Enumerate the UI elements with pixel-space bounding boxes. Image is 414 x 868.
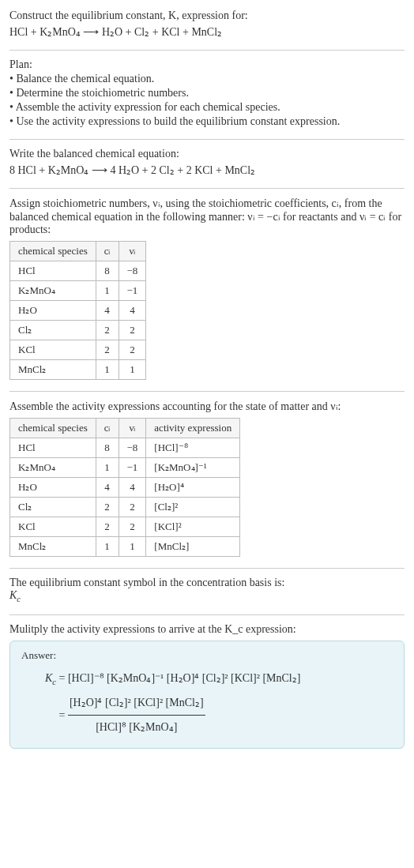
table-row: K₂MnO₄1−1 <box>10 281 146 301</box>
symbol-text: The equilibrium constant symbol in the c… <box>9 577 405 589</box>
kc-denominator: [HCl]⁸ [K₂MnO₄] <box>68 716 205 740</box>
kc-line1: = [HCl]⁻⁸ [K₂MnO₄]⁻¹ [H₂O]⁴ [Cl₂]² [KCl]… <box>59 672 301 684</box>
intro: Construct the equilibrium constant, K, e… <box>9 9 405 39</box>
balanced-title: Write the balanced chemical equation: <box>9 148 405 160</box>
balanced-section: Write the balanced chemical equation: 8 … <box>9 148 405 177</box>
divider <box>9 568 405 569</box>
kc-eq-prefix: = <box>59 708 68 720</box>
assign-section: Assign stoichiometric numbers, νᵢ, using… <box>9 197 405 380</box>
symbol-kc: Kc <box>9 589 405 603</box>
table-row: MnCl₂11[MnCl₂] <box>10 537 240 557</box>
symbol-section: The equilibrium constant symbol in the c… <box>9 577 405 603</box>
table-row: H₂O44 <box>10 301 146 321</box>
plan-section: Plan: • Balance the chemical equation. •… <box>9 58 405 128</box>
table-row: MnCl₂11 <box>10 360 146 380</box>
table-row: H₂O44[H₂O]⁴ <box>10 478 240 498</box>
assign-text: Assign stoichiometric numbers, νᵢ, using… <box>9 197 405 236</box>
plan-title: Plan: <box>9 58 405 71</box>
answer-label: Answer: <box>21 649 393 662</box>
col-ci: cᵢ <box>96 419 119 438</box>
col-ci: cᵢ <box>96 242 119 261</box>
table-row: HCl8−8[HCl]⁻⁸ <box>10 438 240 458</box>
col-vi: νᵢ <box>119 242 146 261</box>
col-species: chemical species <box>10 242 96 261</box>
assemble-section: Assemble the activity expressions accoun… <box>9 400 405 557</box>
col-activity: activity expression <box>146 419 240 438</box>
kc-expression: Kc = [HCl]⁻⁸ [K₂MnO₄]⁻¹ [H₂O]⁴ [Cl₂]² [K… <box>45 667 393 740</box>
stoich-table: chemical species cᵢ νᵢ HCl8−8 K₂MnO₄1−1 … <box>9 241 146 380</box>
col-vi: νᵢ <box>119 419 146 438</box>
kc-fraction: [H₂O]⁴ [Cl₂]² [KCl]² [MnCl₂] [HCl]⁸ [K₂M… <box>68 691 205 741</box>
table-row: Cl₂22 <box>10 321 146 340</box>
multiply-text: Mulitply the activity expressions to arr… <box>9 623 405 636</box>
table-row: K₂MnO₄1−1[K₂MnO₄]⁻¹ <box>10 458 240 478</box>
table-row: KCl22[KCl]² <box>10 517 240 537</box>
divider <box>9 391 405 392</box>
col-species: chemical species <box>10 419 96 438</box>
plan-bullet: • Balance the chemical equation. <box>9 73 405 85</box>
balanced-equation: 8 HCl + K₂MnO₄ ⟶ 4 H₂O + 2 Cl₂ + 2 KCl +… <box>9 163 405 177</box>
divider <box>9 50 405 51</box>
table-row: Cl₂22[Cl₂]² <box>10 498 240 517</box>
table-row: HCl8−8 <box>10 261 146 281</box>
divider <box>9 614 405 615</box>
answer-box: Answer: Kc = [HCl]⁻⁸ [K₂MnO₄]⁻¹ [H₂O]⁴ [… <box>9 641 405 749</box>
plan-bullet: • Determine the stoichiometric numbers. <box>9 87 405 100</box>
kc-symbol: Kc <box>45 672 56 684</box>
intro-line: Construct the equilibrium constant, K, e… <box>9 9 405 22</box>
plan-bullet: • Use the activity expressions to build … <box>9 115 405 128</box>
intro-equation: HCl + K₂MnO₄ ⟶ H₂O + Cl₂ + KCl + MnCl₂ <box>9 25 405 39</box>
table-row: KCl22 <box>10 340 146 360</box>
multiply-section: Mulitply the activity expressions to arr… <box>9 623 405 749</box>
plan-bullet: • Assemble the activity expression for e… <box>9 101 405 114</box>
divider <box>9 188 405 189</box>
kc-numerator: [H₂O]⁴ [Cl₂]² [KCl]² [MnCl₂] <box>68 691 205 716</box>
divider <box>9 139 405 140</box>
activity-table: chemical species cᵢ νᵢ activity expressi… <box>9 418 240 557</box>
assemble-text: Assemble the activity expressions accoun… <box>9 400 405 413</box>
